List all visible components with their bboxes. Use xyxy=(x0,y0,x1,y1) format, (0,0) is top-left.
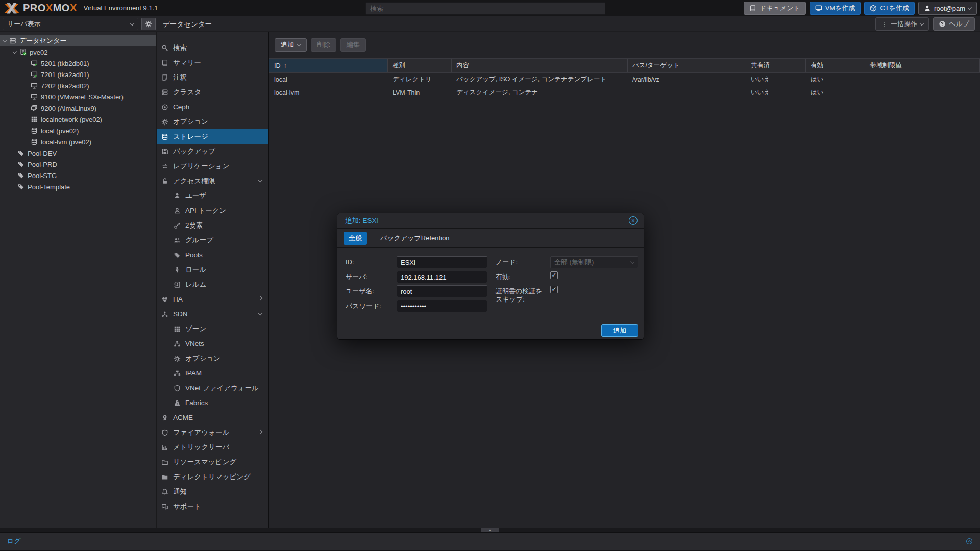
menu-item-realms[interactable]: レルム xyxy=(157,277,268,292)
menu-item-users[interactable]: ユーザ xyxy=(157,188,268,203)
tree-item-storage[interactable]: local (pve02) xyxy=(0,125,156,136)
tree-item-pool[interactable]: Pool-STG xyxy=(0,170,156,181)
log-expand-handle[interactable]: ▲ xyxy=(481,528,499,532)
menu-item-summary[interactable]: サマリー xyxy=(157,55,268,70)
log-label: ログ xyxy=(7,537,21,546)
column-header-bandwidth[interactable]: 帯域制限値 xyxy=(865,59,980,72)
global-search-input[interactable] xyxy=(365,2,605,15)
tree-item-datacenter[interactable]: データセンター xyxy=(0,35,156,46)
menu-item-vnets[interactable]: VNets xyxy=(157,336,268,351)
log-bar: ログ xyxy=(0,532,980,550)
menu-item-metric-server[interactable]: メトリックサーバ xyxy=(157,440,268,455)
tree-item-vm[interactable]: 7201 (tka2ad01) xyxy=(0,69,156,80)
menu-item-backup[interactable]: バックアップ xyxy=(157,144,268,159)
node-label: ノード: xyxy=(496,258,518,266)
tab-general[interactable]: 全般 xyxy=(344,232,367,245)
menu-item-storage[interactable]: ストレージ xyxy=(157,129,268,144)
bulk-actions-button[interactable]: ⋮ 一括操作 xyxy=(875,17,929,31)
tree-item-pool[interactable]: Pool-Template xyxy=(0,181,156,192)
column-header-shared[interactable]: 共有済 xyxy=(746,59,806,72)
tree-item-vm-template[interactable]: 9200 (AlmaLinux9) xyxy=(0,103,156,114)
username-field[interactable] xyxy=(397,285,487,297)
replication-icon xyxy=(161,163,168,170)
node-select[interactable]: 全部 (無制限) xyxy=(550,256,638,268)
menu-item-sdn[interactable]: SDN xyxy=(157,307,268,321)
menu-item-fabrics[interactable]: Fabrics xyxy=(157,395,268,410)
column-header-content[interactable]: 内容 xyxy=(452,59,628,72)
close-icon[interactable]: × xyxy=(629,216,638,225)
menu-item-notes[interactable]: 注釈 xyxy=(157,70,268,85)
user-icon xyxy=(174,192,181,199)
menu-item-resource-mappings[interactable]: リソースマッピング xyxy=(157,455,268,469)
dialog-footer: 追加 xyxy=(337,321,644,339)
table-row[interactable]: local-lvm LVM-Thin ディスクイメージ, コンテナ いいえ はい xyxy=(270,86,980,99)
chevron-down-icon[interactable] xyxy=(3,38,7,42)
dialog-add-button[interactable]: 追加 xyxy=(601,324,638,337)
user-menu-button[interactable]: root@pam xyxy=(918,2,977,15)
logo-wordmark: PROXMOX xyxy=(23,2,77,14)
tree-item-node[interactable]: pve02 xyxy=(0,46,156,58)
menu-item-firewall[interactable]: ファイアウォール xyxy=(157,425,268,440)
expand-log-icon[interactable] xyxy=(966,538,973,545)
menu-item-ha[interactable]: HA xyxy=(157,292,268,307)
tree-item-pool[interactable]: Pool-DEV xyxy=(0,147,156,159)
column-header-path[interactable]: パス/ターゲット xyxy=(628,59,746,72)
menu-item-permissions[interactable]: アクセス権限 xyxy=(157,173,268,188)
tree-settings-button[interactable] xyxy=(141,18,156,30)
menu-item-vnet-firewall[interactable]: VNet ファイアウォール xyxy=(157,381,268,395)
menu-item-ipam[interactable]: IPAM xyxy=(157,366,268,381)
menu-item-pools[interactable]: Pools xyxy=(157,247,268,262)
menu-item-options[interactable]: オプション xyxy=(157,114,268,129)
column-header-id[interactable]: ID↑ xyxy=(270,59,388,72)
unlock-icon xyxy=(161,178,168,185)
edit-button[interactable]: 編集 xyxy=(340,38,366,52)
tree-item-storage[interactable]: local-lvm (pve02) xyxy=(0,136,156,147)
column-header-type[interactable]: 種別 xyxy=(388,59,452,72)
menu-item-support[interactable]: サポート xyxy=(157,499,268,514)
chevron-right-icon[interactable] xyxy=(258,430,262,434)
menu-item-search[interactable]: 検索 xyxy=(157,40,268,55)
cluster-icon xyxy=(161,89,168,96)
tree-item-pool[interactable]: Pool-PRD xyxy=(0,159,156,170)
menu-item-roles[interactable]: ロール xyxy=(157,262,268,277)
menu-item-sdn-options[interactable]: オプション xyxy=(157,351,268,366)
menu-item-two-factor[interactable]: 2要素 xyxy=(157,218,268,233)
skip-verify-checkbox[interactable]: ✓ xyxy=(550,286,558,293)
view-selector[interactable]: サーバ表示 xyxy=(3,18,138,30)
help-button[interactable]: ヘルプ xyxy=(933,17,975,31)
menu-item-groups[interactable]: グループ xyxy=(157,233,268,247)
network-grid-icon xyxy=(31,116,38,123)
menu-item-notifications[interactable]: 通知 xyxy=(157,484,268,499)
chevron-down-icon[interactable] xyxy=(258,311,262,315)
password-field[interactable] xyxy=(397,300,487,312)
create-vm-button[interactable]: VMを作成 xyxy=(810,2,861,15)
server-field[interactable] xyxy=(397,271,487,283)
menu-item-acme[interactable]: ACME xyxy=(157,410,268,425)
chevron-down-icon[interactable] xyxy=(258,178,262,182)
tab-backup-retention[interactable]: バックアップRetention xyxy=(375,232,454,245)
documentation-button[interactable]: ドキュメント xyxy=(744,2,806,15)
chevron-down-icon[interactable] xyxy=(13,49,17,53)
tree-item-network[interactable]: localnetwork (pve02) xyxy=(0,114,156,125)
menu-item-api-tokens[interactable]: API トークン xyxy=(157,203,268,218)
pool-tag-icon xyxy=(17,149,24,157)
tree-item-vm[interactable]: 5201 (tkb2db01) xyxy=(0,58,156,69)
column-header-enabled[interactable]: 有効 xyxy=(806,59,865,72)
tree-item-vm[interactable]: 9100 (VMwareESXi-Master) xyxy=(0,91,156,103)
table-row[interactable]: local ディレクトリ バックアップ, ISO イメージ, コンテナテンプレー… xyxy=(270,73,980,86)
menu-item-directory-mappings[interactable]: ディレクトリマッピング xyxy=(157,469,268,484)
dialog-titlebar[interactable]: 追加: ESXi × xyxy=(337,213,644,229)
menu-item-cluster[interactable]: クラスタ xyxy=(157,85,268,99)
menu-item-ceph[interactable]: Ceph xyxy=(157,99,268,114)
id-field[interactable] xyxy=(397,256,487,268)
add-button[interactable]: 追加 xyxy=(275,38,307,52)
enabled-checkbox[interactable]: ✓ xyxy=(550,271,558,279)
storage-icon xyxy=(31,127,38,134)
ceph-icon xyxy=(161,104,168,111)
remove-button[interactable]: 削除 xyxy=(311,38,336,52)
tree-item-vm[interactable]: 7202 (tka2ad02) xyxy=(0,80,156,91)
chevron-right-icon[interactable] xyxy=(258,296,262,300)
create-ct-button[interactable]: CTを作成 xyxy=(864,2,915,15)
menu-item-replication[interactable]: レプリケーション xyxy=(157,159,268,173)
menu-item-zones[interactable]: ゾーン xyxy=(157,321,268,336)
